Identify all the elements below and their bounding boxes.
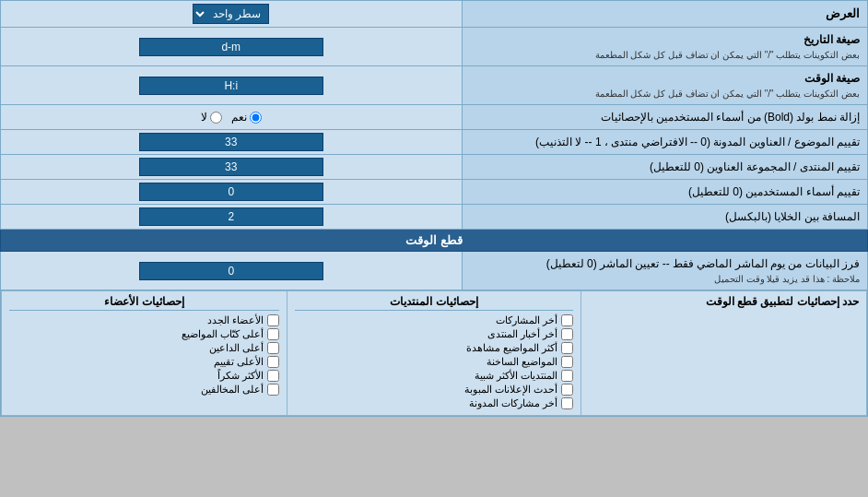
realtime-filter-input[interactable] [139,262,323,280]
stats-col1-item[interactable]: المواضيع الساخنة [295,356,573,368]
forum-order-input[interactable] [139,158,323,176]
stats-col1-item[interactable]: أخر أخبار المنتدى [295,328,573,340]
stats-col1-item[interactable]: أكثر المواضيع مشاهدة [295,342,573,354]
date-format-cell [1,28,463,66]
stats-col2-item[interactable]: أعلى كتّاب المواضيع [9,328,279,340]
stats-col1: إحصائيات المنتديات أخر المشاركات أخر أخب… [287,291,581,416]
stats-col2-item[interactable]: الأعلى تقييم [9,356,279,368]
cell-distance-cell [1,205,463,230]
forum-order-label: تقييم المنتدى / المجموعة العناوين (0 للت… [462,155,867,180]
realtime-section-header: قطع الوقت [1,230,868,252]
topic-order-input[interactable] [139,133,323,151]
stats-col2: إحصائيات الأعضاء الأعضاء الجدد أعلى كتّا… [2,291,287,416]
user-order-input[interactable] [139,183,323,201]
bold-remove-cell: نعم لا [1,105,463,130]
stats-col1-item[interactable]: أحدث الإعلانات المبوبة [295,384,573,396]
forum-order-cell [1,155,463,180]
bold-yes-radio[interactable] [250,112,262,124]
time-format-input[interactable] [139,77,323,95]
cell-distance-label: المسافة بين الخلايا (بالبكسل) [462,205,867,230]
page-title: العرض [462,1,867,28]
stats-col2-item[interactable]: أعلى المخالفين [9,384,279,396]
user-order-cell [1,180,463,205]
bold-yes-label[interactable]: نعم [231,111,262,124]
topic-order-label: تقييم الموضوع / العناوين المدونة (0 -- ا… [462,130,867,155]
display-select-cell: سطر واحد [1,1,463,28]
stats-col2-item[interactable]: الأعضاء الجدد [9,314,279,326]
bold-no-label[interactable]: لا [201,111,222,124]
stats-col1-item[interactable]: المنتديات الأكثر شبية [295,370,573,382]
topic-order-cell [1,130,463,155]
stats-limit-label-cell: حدد إحصائيات لتطبيق قطع الوقت [581,291,867,416]
time-format-cell [1,66,463,105]
display-select[interactable]: سطر واحد [193,4,269,24]
user-order-label: تقييم أسماء المستخدمين (0 للتعطيل) [462,180,867,205]
stats-col1-item[interactable]: أخر مشاركات المدونة [295,397,573,409]
stats-col1-items: أخر المشاركات أخر أخبار المنتدى أكثر الم… [295,314,573,409]
bold-no-radio[interactable] [210,112,222,124]
stats-col2-item[interactable]: أعلى الداعين [9,342,279,354]
stats-col1-item[interactable]: أخر المشاركات [295,314,573,326]
date-format-label: صيغة التاريخ بعض التكوينات يتطلب "/" الت… [462,28,867,66]
cell-distance-input[interactable] [139,207,323,226]
stats-container: حدد إحصائيات لتطبيق قطع الوقت إحصائيات ا… [1,290,868,417]
stats-col1-title: إحصائيات المنتديات [295,295,573,311]
stats-limit-label: حدد إحصائيات لتطبيق قطع الوقت [589,295,859,308]
realtime-filter-label: فرز البيانات من يوم الماشر الماضي فقط --… [462,252,867,290]
date-format-input[interactable] [139,38,323,56]
bold-remove-label: إزالة نمط بولد (Bold) من أسماء المستخدمي… [462,105,867,130]
stats-col2-item[interactable]: الأكثر شكراً [9,370,279,382]
stats-col2-items: الأعضاء الجدد أعلى كتّاب المواضيع أعلى ا… [9,314,279,396]
time-format-label: صيغة الوقت بعض التكوينات يتطلب "/" التي … [462,66,867,105]
realtime-filter-cell [1,252,463,290]
stats-col2-title: إحصائيات الأعضاء [9,295,279,311]
